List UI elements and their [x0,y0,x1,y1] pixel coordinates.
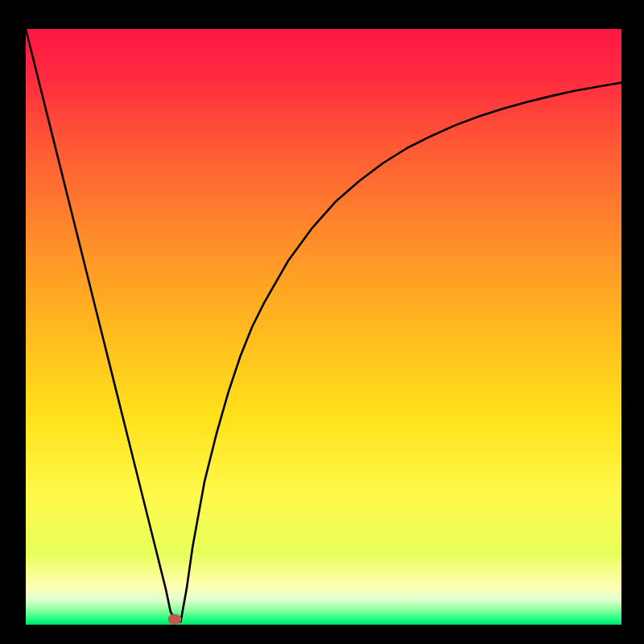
chart-container: { "attribution": "TheBottlenecker.com", … [0,0,644,644]
minimum-marker [168,614,182,625]
plot-background [26,29,621,625]
bottleneck-chart [0,0,644,644]
